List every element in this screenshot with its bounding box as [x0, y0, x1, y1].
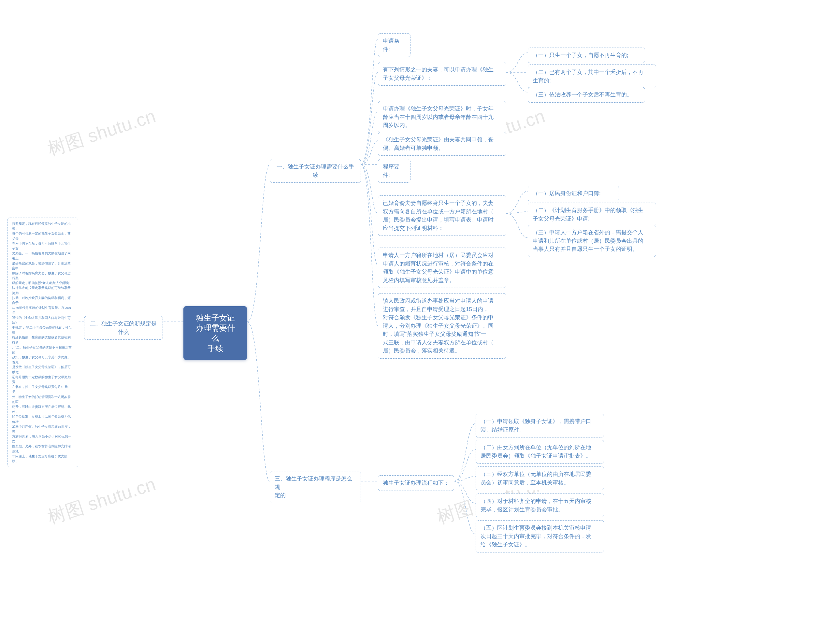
s1-proc-doc-3[interactable]: （三）申请人一方户籍在省外的，需提交个人 申请和其所在单位或村（居）民委员会出具… [528, 225, 656, 257]
s3-step-5[interactable]: （五）区计划生育委员会接到本机关审核申请 次日起三十天内审批完毕，对符合条件的，… [476, 520, 604, 552]
root-node[interactable]: 独生子女证办理需要什么 手续 [183, 306, 247, 360]
s1-cond-3[interactable]: （三）依法收养一个子女后不再生育的。 [528, 87, 645, 103]
s1-proc-doc-1[interactable]: （一）居民身份证和户口簿; [528, 186, 619, 201]
s1-proc-intro[interactable]: 已婚育龄夫妻自愿终身只生一个子女的，夫妻 双方需向各自所在单位或一方户籍所在地村… [378, 195, 506, 236]
section-2-body[interactable]: 按照规定，现在已经领取独生子女证的小孩， 每年仍可领取一定的独生子女奖励金，其父… [7, 218, 78, 467]
s3-step-1[interactable]: （一）申请领取《独身子女证》，需携带户口 簿、结婚证原件。 [476, 414, 604, 437]
mindmap-canvas: 树图 shutu.cn 树图 shutu.cn 树图 shutu.cn 树图 s… [0, 0, 834, 644]
section-3[interactable]: 三、独生子女证办理程序是怎么规 定的 [270, 471, 361, 503]
s3-header[interactable]: 独生子女证办理流程如下： [378, 475, 454, 491]
s1-proc-header[interactable]: 程序要件: [378, 159, 411, 183]
section-2[interactable]: 二、独生子女证的新规定是什么 [84, 316, 163, 340]
s1-cond-2[interactable]: （二）已有两个子女，其中一个夭折后，不再 生育的; [528, 65, 656, 88]
watermark: 树图 shutu.cn [45, 472, 159, 530]
s1-proc-issue[interactable]: 镇人民政府或街道办事处应当对申请人的申请 进行审查，并且自申请受理之日起15日内… [378, 293, 506, 358]
s3-step-3[interactable]: （三）经双方单位（无单位的由所在地居民委 员会）初审同意后，至本机关审核。 [476, 466, 604, 490]
s1-cond-intro[interactable]: 有下列情形之一的夫妻，可以申请办理《独生 子女父母光荣证》： [378, 62, 506, 86]
s1-cond-apply[interactable]: 《独生子女父母光荣证》由夫妻共同申领，丧 偶、离婚者可单独申领。 [378, 132, 506, 156]
s1-cond-age[interactable]: 申请办理《独生子女父母光荣证》时，子女年 龄应当在十四周岁以内或者母亲年龄在四十… [378, 101, 506, 133]
section-1[interactable]: 一、独生子女证办理需要什么手续 [270, 159, 361, 183]
s1-proc-doc-2[interactable]: （二）《计划生育服务手册》中的领取《独生 子女父母光荣证》申请; [528, 203, 656, 226]
watermark: 树图 shutu.cn [45, 104, 159, 162]
s1-proc-review[interactable]: 申请人一方户籍所在地村（居）民委员会应对 申请人的婚育状况进行审核，对符合条件的… [378, 248, 506, 288]
s1-cond-header[interactable]: 申请条件: [378, 33, 411, 57]
s3-step-2[interactable]: （二）由女方到所在单位（无单位的到所在地 居民委员会）领取《独子女证申请审批表》… [476, 440, 604, 463]
s1-cond-1[interactable]: （一）只生一个子女，自愿不再生育的; [528, 48, 645, 63]
s3-step-4[interactable]: （四）对于材料齐全的申请，在十五天内审核 完毕，报区计划生育委员会审批。 [476, 494, 604, 517]
